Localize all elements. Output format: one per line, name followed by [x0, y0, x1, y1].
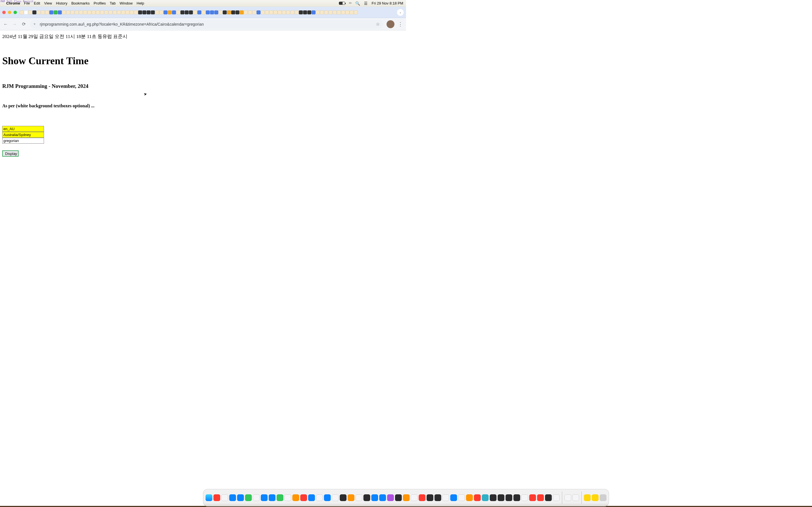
tab-icon[interactable] [312, 10, 315, 14]
tab-icon[interactable] [130, 10, 134, 14]
tab-icon[interactable] [286, 10, 290, 14]
tab-icon[interactable] [121, 10, 125, 14]
tab-dropdown-button[interactable]: ⌄ [397, 9, 404, 16]
tab-icon[interactable] [28, 10, 32, 14]
tab-icon[interactable] [159, 10, 163, 14]
tab-icon[interactable] [189, 10, 193, 14]
tab-icon[interactable] [117, 10, 121, 14]
menu-bookmarks[interactable]: Bookmarks [71, 1, 90, 5]
tab-icon[interactable] [316, 10, 320, 14]
tab-icon[interactable] [37, 10, 41, 14]
tab-icon[interactable] [345, 10, 349, 14]
tab-icon[interactable] [138, 10, 142, 14]
forward-button[interactable]: → [12, 22, 17, 27]
tab-icon[interactable] [185, 10, 189, 14]
tab-icon[interactable] [295, 10, 299, 14]
tab-icon[interactable] [70, 10, 74, 14]
tab-icon[interactable] [244, 10, 248, 14]
tab-icon[interactable] [328, 10, 333, 14]
tab-icon[interactable] [49, 10, 53, 14]
tab-icon[interactable] [66, 10, 70, 14]
tab-icon[interactable] [92, 10, 96, 14]
display-button[interactable]: Display [2, 151, 18, 157]
tab-icon[interactable] [218, 10, 222, 14]
menu-tab[interactable]: Tab [110, 1, 116, 5]
tab-icon[interactable] [227, 10, 231, 14]
tab-icon[interactable] [142, 10, 146, 14]
tab-icon[interactable] [248, 10, 252, 14]
tab-icon[interactable] [41, 10, 45, 14]
reload-button[interactable]: ⟳ [21, 21, 27, 27]
url-text[interactable]: rjmprogramming.com.au/i_eg.php?locale=ko… [40, 22, 373, 26]
menu-profiles[interactable]: Profiles [94, 1, 106, 5]
tab-icon[interactable] [163, 10, 167, 14]
tab-icon[interactable] [210, 10, 214, 14]
tab-icon[interactable] [87, 10, 91, 14]
wifi-icon[interactable]: ⌔ [349, 1, 351, 6]
tab-icon[interactable] [337, 10, 341, 14]
tab-icon[interactable] [58, 10, 62, 14]
tab-icon[interactable] [303, 10, 307, 14]
locale-input[interactable] [2, 126, 44, 132]
tab-icon[interactable] [104, 10, 108, 14]
tab-icon[interactable] [269, 10, 273, 14]
tab-icon[interactable] [223, 10, 227, 14]
tab-icon[interactable] [168, 10, 172, 14]
tab-icon[interactable] [113, 10, 117, 14]
profile-avatar[interactable] [387, 20, 395, 28]
tab-icon[interactable] [197, 10, 201, 14]
window-zoom-button[interactable] [13, 11, 17, 14]
tab-icon[interactable] [320, 10, 324, 14]
window-minimize-button[interactable] [8, 11, 11, 14]
tab-icon[interactable] [299, 10, 303, 14]
back-button[interactable]: ← [3, 22, 8, 27]
bookmark-star-icon[interactable]: ☆ [376, 21, 380, 27]
tab-icon[interactable] [240, 10, 244, 14]
menubar-clock[interactable]: Fri 29 Nov 8:18 PM [371, 1, 403, 5]
tab-icon[interactable] [273, 10, 277, 14]
tab-icon[interactable] [202, 10, 206, 14]
tab-icon[interactable] [257, 10, 260, 14]
tab-icon[interactable] [214, 10, 218, 14]
tab-icon[interactable] [100, 10, 104, 14]
tab-icon[interactable] [20, 10, 24, 14]
tab-icon[interactable] [172, 10, 176, 14]
chrome-menu-button[interactable]: ⋮ [398, 21, 403, 27]
tab-icon[interactable] [125, 10, 130, 14]
address-bar[interactable]: ᯤ rjmprogramming.com.au/i_eg.php?locale=… [30, 20, 383, 29]
tab-icon[interactable] [236, 10, 239, 14]
tab-icon[interactable] [134, 10, 138, 14]
control-center-icon[interactable]: ☰ [364, 1, 368, 6]
tab-icon[interactable] [151, 10, 155, 14]
tab-icon[interactable] [278, 10, 282, 14]
tab-icon[interactable] [265, 10, 269, 14]
tab-icon[interactable] [333, 10, 337, 14]
tab-icon[interactable] [341, 10, 345, 14]
tab-icon[interactable] [350, 10, 354, 14]
tab-icon[interactable] [181, 10, 185, 14]
tab-icon[interactable] [252, 10, 256, 14]
tab-icon[interactable] [290, 10, 294, 14]
tab-icon[interactable] [33, 10, 36, 14]
window-close-button[interactable] [2, 11, 6, 14]
menu-view[interactable]: View [44, 1, 52, 5]
tab-icon[interactable] [324, 10, 328, 14]
menu-window[interactable]: Window [119, 1, 133, 5]
tab-icon[interactable] [96, 10, 100, 14]
tab-icon[interactable] [147, 10, 151, 14]
tab-icon[interactable] [193, 10, 197, 14]
spotlight-icon[interactable]: 🔍 [355, 1, 360, 6]
tab-icon[interactable] [231, 10, 235, 14]
menu-edit[interactable]: Edit [34, 1, 40, 5]
site-settings-icon[interactable]: ᯤ [33, 22, 37, 26]
tab-icon[interactable] [206, 10, 210, 14]
menu-help[interactable]: Help [137, 1, 144, 5]
tab-icon[interactable] [307, 10, 311, 14]
tab-icon[interactable] [54, 10, 57, 14]
tab-icon[interactable] [62, 10, 66, 14]
battery-icon[interactable] [339, 2, 345, 5]
tab-icon[interactable] [24, 10, 28, 14]
tab-icon[interactable] [155, 10, 159, 14]
menu-history[interactable]: History [56, 1, 67, 5]
tab-icon[interactable] [176, 10, 180, 14]
